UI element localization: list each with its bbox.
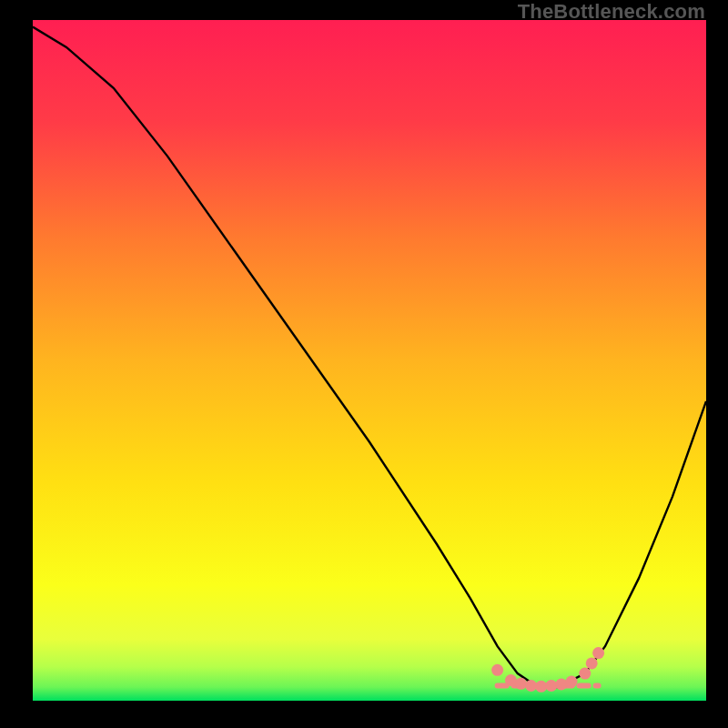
chart-frame <box>33 20 706 701</box>
optimal-marker-dot <box>566 676 578 688</box>
optimal-marker-dot <box>555 679 567 691</box>
optimal-marker-dot <box>592 647 604 659</box>
optimal-marker-dot <box>579 668 591 680</box>
bottleneck-chart <box>33 20 706 701</box>
optimal-marker-dot <box>505 674 517 686</box>
gradient-background <box>33 20 706 701</box>
optimal-marker-dot <box>515 678 527 690</box>
optimal-marker-dot <box>535 681 547 693</box>
optimal-marker-dot <box>491 664 503 676</box>
optimal-marker-dot <box>586 657 598 669</box>
optimal-marker-dot <box>525 680 537 692</box>
optimal-marker-dot <box>545 680 557 692</box>
